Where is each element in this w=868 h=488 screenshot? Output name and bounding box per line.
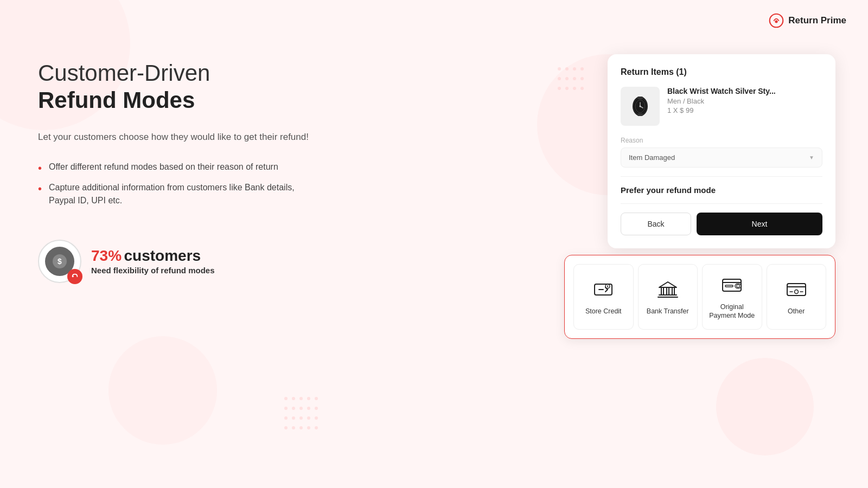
right-area: Return Items (1) Black Wrist Watch Silve… [608, 54, 835, 248]
stats-section: $ 73% customers Need flexibility of refu… [38, 240, 309, 283]
stats-percentage: 73% [91, 247, 122, 264]
chevron-down-icon: ▼ [809, 155, 814, 160]
card-title: Return Items (1) [621, 67, 822, 77]
dot-pattern-right [556, 65, 586, 94]
next-button[interactable]: Next [697, 213, 822, 235]
reason-dropdown[interactable]: Item Damaged ▼ [621, 147, 822, 168]
stats-text: 73% customers Need flexibility of refund… [91, 247, 215, 275]
refund-option-other[interactable]: Other [767, 264, 827, 330]
header: Return Prime [769, 13, 846, 28]
product-info: Black Wrist Watch Silver Sty... Men / Bl… [667, 87, 776, 114]
dollar-icon: $ [52, 254, 67, 269]
stats-icon-wrapper: $ [38, 240, 81, 283]
logo-text: Return Prime [788, 15, 846, 26]
bullet-item-2: Capture additional information from cust… [38, 181, 309, 207]
product-image [621, 87, 660, 126]
store-credit-icon [591, 278, 615, 301]
other-label: Other [788, 307, 805, 316]
card-footer: Back Next [621, 203, 822, 235]
svg-point-1 [775, 20, 778, 23]
product-price: 1 X $ 99 [667, 106, 776, 114]
headline-light: Customer-Driven [38, 60, 309, 87]
svg-marker-16 [659, 282, 676, 287]
back-button[interactable]: Back [621, 213, 691, 235]
description: Let your customers choose how they would… [38, 130, 309, 144]
original-payment-icon [720, 273, 744, 297]
refresh-icon [71, 273, 79, 280]
left-content: Customer-Driven Refund Modes Let your cu… [38, 60, 309, 283]
svg-point-29 [794, 290, 798, 294]
bank-transfer-icon [656, 278, 680, 301]
refund-option-bank-transfer[interactable]: Bank Transfer [638, 264, 698, 330]
svg-point-12 [640, 106, 641, 107]
bullet-list: Offer different refund modes based on th… [38, 160, 309, 207]
refund-option-store-credit[interactable]: Store Credit [573, 264, 634, 330]
svg-rect-8 [637, 97, 643, 99]
refund-mode-label: Prefer your refund mode [621, 176, 822, 195]
stats-subtitle: Need flexibility of refund modes [91, 266, 215, 275]
product-item: Black Wrist Watch Silver Sty... Men / Bl… [621, 87, 822, 126]
product-name: Black Wrist Watch Silver Sty... [667, 87, 776, 95]
reason-label: Reason [621, 137, 822, 144]
bank-transfer-label: Bank Transfer [647, 307, 689, 316]
svg-rect-17 [661, 287, 663, 295]
reason-value: Item Damaged [629, 153, 675, 162]
svg-rect-18 [667, 287, 669, 295]
stats-customers: customers [124, 247, 201, 264]
watch-image [626, 92, 654, 120]
other-icon [784, 278, 808, 301]
main-card: Return Items (1) Black Wrist Watch Silve… [608, 54, 835, 248]
headline-bold: Refund Modes [38, 87, 309, 114]
dot-pattern-left [282, 395, 320, 434]
store-credit-label: Store Credit [585, 307, 622, 316]
logo-icon [769, 13, 784, 28]
svg-text:$: $ [58, 257, 62, 266]
svg-rect-9 [637, 113, 643, 116]
original-payment-label: Original Payment Mode [707, 303, 757, 320]
svg-rect-19 [672, 287, 674, 295]
refund-mode-card: Store Credit Bank Transfer [564, 255, 835, 339]
product-variant: Men / Black [667, 97, 776, 105]
refund-arc-icon [67, 269, 82, 284]
refund-option-original-payment[interactable]: Original Payment Mode [702, 264, 762, 330]
bullet-item-1: Offer different refund modes based on th… [38, 160, 309, 174]
svg-rect-24 [725, 285, 733, 287]
